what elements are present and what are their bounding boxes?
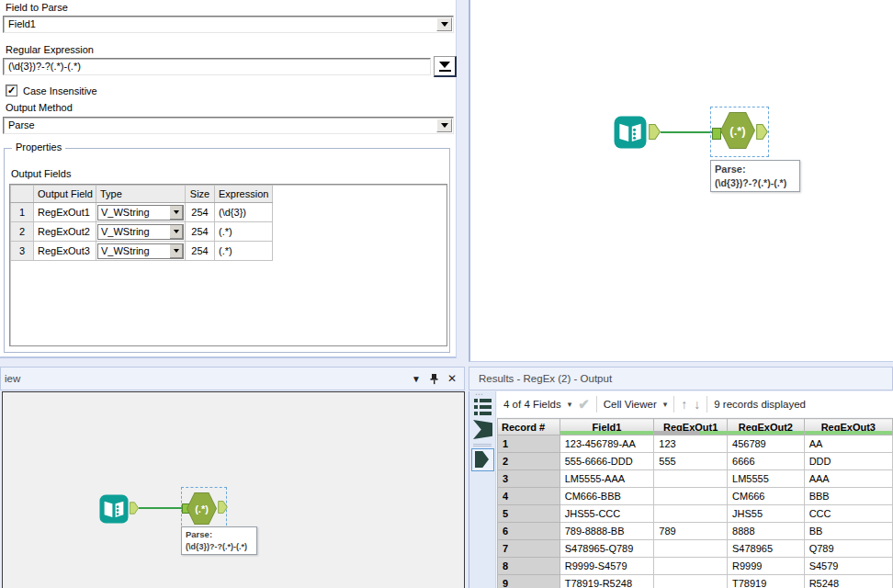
type-cell[interactable]: V_WString [96, 203, 186, 222]
record-number-cell[interactable]: 9 [498, 575, 560, 588]
cell[interactable]: BB [804, 523, 892, 540]
close-icon[interactable]: ✕ [447, 372, 457, 385]
type-cell[interactable]: V_WString [96, 242, 186, 261]
cell[interactable]: R9999 [728, 558, 805, 575]
cell[interactable]: 123 [654, 435, 728, 453]
record-number-cell[interactable]: 4 [498, 488, 560, 505]
col-header-expression[interactable]: Expression [215, 186, 273, 203]
cell[interactable]: R9999-S4579 [560, 558, 654, 575]
scroll-down-icon[interactable]: ↓ [694, 397, 700, 412]
window-position-icon[interactable]: ▼ [412, 374, 421, 384]
overview-canvas[interactable]: (.*) Parse: (\d{3})?-?(.*)-(.*) [2, 391, 465, 588]
cell[interactable]: 6666 [728, 453, 805, 470]
output-method-select[interactable]: Parse [3, 117, 454, 134]
cell-viewer-button[interactable]: Cell Viewer [604, 399, 657, 410]
cell[interactable]: CM666-BBB [560, 488, 654, 505]
scroll-up-icon[interactable]: ↑ [681, 397, 687, 412]
cell[interactable]: CM666 [728, 488, 805, 505]
size-cell[interactable]: 254 [186, 203, 215, 222]
text-input-tool-icon[interactable] [99, 494, 129, 524]
regex-history-dropdown-button[interactable] [434, 56, 457, 77]
record-number-cell[interactable]: 7 [498, 540, 560, 558]
record-number-cell[interactable]: 5 [498, 505, 560, 523]
cell[interactable]: 789 [654, 523, 728, 540]
output-anchor-icon[interactable] [756, 124, 768, 140]
col-header-type[interactable]: Type [96, 186, 186, 203]
cell[interactable]: JHS55-CCC [560, 505, 654, 523]
cell[interactable]: DDD [804, 453, 892, 470]
field-to-parse-dropdown-button[interactable] [436, 17, 452, 31]
cell[interactable]: 789-8888-BB [560, 523, 654, 540]
cell[interactable]: LM5555 [728, 470, 805, 488]
cell[interactable] [654, 470, 728, 488]
cell[interactable]: AA [804, 435, 892, 453]
cell[interactable]: 456789 [728, 435, 805, 453]
chevron-down-icon[interactable]: ▾ [663, 400, 668, 409]
output-anchor-tab-selected[interactable] [471, 448, 494, 471]
cell[interactable]: R5248 [804, 575, 892, 588]
cell[interactable] [654, 575, 728, 588]
cell[interactable]: 123-456789-AA [560, 435, 654, 453]
col-header-regexout3[interactable]: RegExOut3 [804, 419, 892, 435]
cell[interactable]: S4579 [804, 558, 892, 575]
expression-cell[interactable]: (.*) [215, 242, 273, 261]
cell[interactable]: AAA [804, 470, 892, 488]
cell[interactable]: S478965 [728, 540, 805, 558]
cell[interactable] [654, 558, 728, 575]
size-cell[interactable]: 254 [186, 242, 215, 261]
drag-handle-icon[interactable]: ⋯ [475, 390, 484, 399]
fields-selector[interactable]: 4 of 4 Fields [503, 399, 561, 410]
cell[interactable]: 555-6666-DDD [560, 453, 654, 470]
cell[interactable]: S478965-Q789 [560, 540, 654, 558]
record-number-cell[interactable]: 6 [498, 523, 560, 540]
pin-icon[interactable] [429, 373, 439, 385]
record-number-cell[interactable]: 8 [498, 558, 560, 575]
cell[interactable]: T78919-R5248 [560, 575, 654, 588]
col-header-output-field[interactable]: Output Field [34, 186, 96, 203]
cell[interactable] [654, 540, 728, 558]
cell[interactable] [654, 505, 728, 523]
workflow-canvas[interactable]: (.*) Parse: (\d{3})?-?(.*)-(.*) [469, 0, 893, 362]
expression-cell[interactable]: (\d{3}) [215, 203, 273, 222]
type-dropdown-button[interactable] [169, 244, 183, 258]
output-anchor-icon[interactable] [130, 502, 139, 514]
cell[interactable]: JHS55 [728, 505, 805, 523]
cell[interactable]: 555 [654, 453, 728, 470]
cell[interactable] [654, 488, 728, 505]
input-anchor-icon[interactable] [712, 128, 721, 140]
col-header-regexout1[interactable]: RegExOut1 [654, 419, 728, 435]
chevron-down-icon[interactable]: ▾ [568, 400, 572, 409]
col-header-regexout2[interactable]: RegExOut2 [728, 419, 805, 435]
field-to-parse-select[interactable]: Field1 [3, 16, 454, 33]
output-field-name-cell[interactable]: RegExOut1 [34, 203, 96, 222]
case-insensitive-checkbox[interactable]: ✓ [6, 85, 17, 96]
record-number-cell[interactable]: 2 [498, 453, 560, 470]
output-anchor-icon[interactable] [649, 124, 661, 140]
type-dropdown-button[interactable] [169, 206, 183, 220]
regex-input[interactable]: (\d{3})?-?(.*)-(.*) [3, 58, 431, 75]
cell[interactable]: BBB [804, 488, 892, 505]
apply-check-icon[interactable]: ✔ [578, 396, 590, 413]
metadata-view-icon[interactable] [474, 399, 492, 415]
output-field-name-cell[interactable]: RegExOut3 [34, 242, 96, 261]
cell[interactable]: Q789 [804, 540, 892, 558]
output-method-dropdown-button[interactable] [436, 119, 452, 132]
size-cell[interactable]: 254 [186, 222, 215, 242]
cell[interactable]: T78919 [728, 575, 805, 588]
output-anchor-icon[interactable] [218, 501, 228, 514]
output-field-name-cell[interactable]: RegExOut2 [34, 222, 96, 242]
connection-line[interactable] [139, 507, 182, 509]
cell[interactable]: LM5555-AAA [560, 470, 654, 488]
col-header-field1[interactable]: Field1 [560, 419, 654, 435]
type-cell[interactable]: V_WString [96, 222, 186, 242]
expression-cell[interactable]: (.*) [215, 222, 273, 242]
record-number-cell[interactable]: 1 [498, 435, 560, 453]
record-number-cell[interactable]: 3 [498, 470, 560, 488]
type-dropdown-button[interactable] [169, 225, 183, 239]
col-header-size[interactable]: Size [186, 186, 215, 203]
col-header-record[interactable]: Record # [498, 419, 560, 435]
text-input-tool-icon[interactable] [614, 116, 647, 149]
cell[interactable]: 8888 [728, 523, 805, 540]
input-anchor-tab-icon[interactable] [473, 420, 492, 439]
cell[interactable]: CCC [804, 505, 892, 523]
